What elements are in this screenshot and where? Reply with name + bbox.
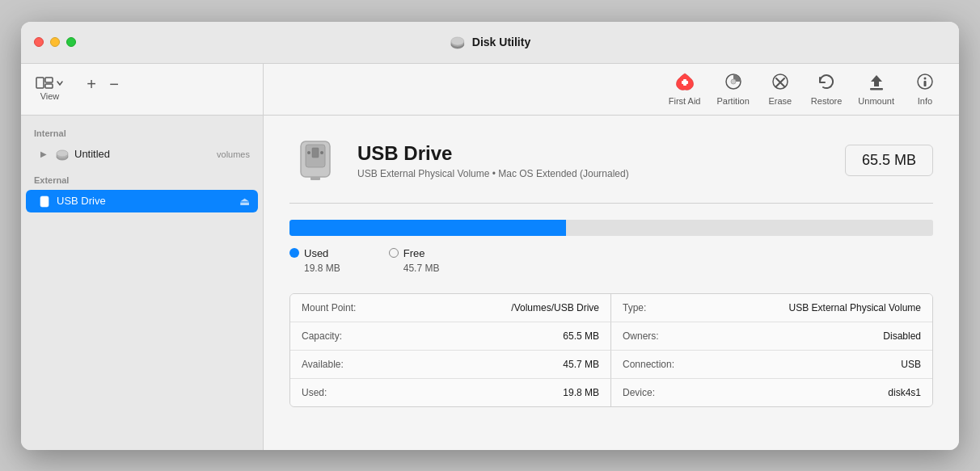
drive-name: USB Drive	[357, 142, 829, 165]
device-key: Device:	[623, 387, 655, 398]
owners-key: Owners:	[623, 330, 659, 342]
titlebar-center: Disk Utility	[450, 34, 530, 50]
main-area: Internal ▶ Untitled volumes External	[21, 116, 959, 450]
capacity-key: Capacity:	[302, 330, 342, 342]
content-panel: USB Drive USB External Physical Volume •…	[264, 116, 959, 450]
usage-bar-container	[289, 220, 933, 236]
free-legend-item: Free 45.7 MB	[389, 247, 440, 274]
connection-key: Connection:	[623, 359, 674, 370]
view-icon	[36, 77, 64, 90]
info-label: Info	[918, 96, 932, 106]
svg-point-2	[451, 37, 464, 45]
info-button[interactable]: Info	[904, 69, 946, 109]
usb-drive-name: USB Drive	[57, 195, 234, 207]
toolbar: View + − First Aid	[21, 64, 959, 116]
free-label: Free	[403, 247, 425, 259]
add-button[interactable]: +	[80, 74, 103, 94]
used-dot	[289, 248, 299, 258]
partition-button[interactable]: Partition	[710, 69, 755, 109]
type-val: USB External Physical Volume	[789, 302, 921, 313]
svg-rect-24	[310, 177, 320, 180]
first-aid-label: First Aid	[669, 96, 701, 106]
minimize-button[interactable]	[50, 37, 60, 47]
unmount-button[interactable]: Unmount	[851, 69, 901, 109]
info-cell-available: Available: 45.7 MB	[290, 351, 611, 379]
used-label-row: Used	[289, 247, 340, 259]
svg-point-26	[307, 151, 310, 154]
untitled-name: Untitled	[74, 148, 209, 160]
svg-point-27	[320, 151, 323, 154]
view-button[interactable]: View	[31, 75, 69, 103]
usb-drive-icon	[37, 194, 52, 208]
mount-point-val: /Volumes/USB Drive	[511, 302, 599, 313]
erase-icon	[770, 72, 791, 94]
used-key: Used:	[302, 387, 327, 398]
unmount-icon	[866, 72, 887, 94]
drive-icon	[289, 135, 341, 187]
info-icon	[915, 72, 936, 94]
info-table: Mount Point: /Volumes/USB Drive Type: US…	[289, 293, 933, 407]
svg-point-14	[924, 78, 927, 80]
svg-rect-7	[682, 81, 688, 84]
eject-icon[interactable]: ⏏	[239, 195, 250, 208]
traffic-lights	[34, 37, 76, 47]
owners-val: Disabled	[883, 330, 921, 342]
free-dot	[389, 248, 399, 258]
used-amount-val: 19.8 MB	[563, 387, 599, 398]
capacity-val: 65.5 MB	[563, 330, 599, 342]
sidebar: Internal ▶ Untitled volumes External	[21, 116, 264, 450]
used-legend-item: Used 19.8 MB	[289, 247, 340, 274]
first-aid-icon	[674, 72, 695, 94]
add-remove-group: + −	[80, 74, 125, 103]
type-key: Type:	[623, 302, 646, 313]
svg-rect-21	[42, 204, 47, 206]
free-label-row: Free	[389, 247, 440, 259]
expand-icon[interactable]: ▶	[37, 148, 50, 161]
svg-marker-11	[871, 75, 882, 86]
usage-bar-fill	[289, 220, 566, 236]
drive-size-badge: 65.5 MB	[845, 145, 933, 176]
disk-utility-window: Disk Utility View	[21, 22, 959, 450]
window-title: Disk Utility	[472, 36, 530, 48]
erase-label: Erase	[768, 96, 792, 106]
connection-val: USB	[901, 359, 921, 370]
info-cell-owners: Owners: Disabled	[611, 322, 932, 351]
svg-point-18	[57, 150, 68, 157]
close-button[interactable]	[34, 37, 44, 47]
maximize-button[interactable]	[66, 37, 76, 47]
drive-info: USB Drive USB External Physical Volume •…	[357, 142, 829, 179]
internal-section-label: Internal	[21, 125, 263, 143]
remove-button[interactable]: −	[103, 74, 125, 94]
unmount-label: Unmount	[858, 96, 894, 106]
app-icon	[450, 34, 466, 50]
toolbar-sidebar-area: View + −	[21, 64, 264, 115]
first-aid-button[interactable]: First Aid	[662, 69, 708, 109]
svg-rect-5	[45, 84, 53, 88]
external-section-label: External	[21, 172, 263, 190]
info-cell-mount-point: Mount Point: /Volumes/USB Drive	[290, 294, 611, 322]
view-label: View	[40, 91, 60, 101]
partition-icon	[723, 72, 744, 94]
restore-label: Restore	[811, 96, 843, 106]
partition-label: Partition	[716, 96, 749, 106]
sidebar-item-untitled[interactable]: ▶ Untitled volumes	[26, 143, 258, 166]
free-value: 45.7 MB	[403, 263, 440, 274]
svg-rect-25	[312, 148, 319, 158]
erase-button[interactable]: Erase	[759, 69, 801, 109]
svg-rect-4	[45, 78, 53, 82]
toolbar-main: First Aid Partition	[264, 69, 959, 109]
svg-point-9	[731, 79, 736, 84]
titlebar: Disk Utility	[21, 22, 959, 64]
usage-legend: Used 19.8 MB Free 45.7 MB	[289, 247, 933, 274]
restore-button[interactable]: Restore	[805, 69, 849, 109]
untitled-badge: volumes	[217, 149, 250, 159]
info-cell-connection: Connection: USB	[611, 351, 932, 379]
used-value: 19.8 MB	[304, 263, 340, 274]
info-cell-device: Device: disk4s1	[611, 379, 932, 406]
svg-rect-3	[36, 78, 44, 88]
used-label: Used	[304, 247, 328, 259]
sidebar-item-usb-drive[interactable]: USB Drive ⏏	[26, 190, 258, 212]
info-cell-type: Type: USB External Physical Volume	[611, 294, 932, 322]
header-divider	[289, 203, 933, 204]
drive-header: USB Drive USB External Physical Volume •…	[289, 135, 933, 187]
